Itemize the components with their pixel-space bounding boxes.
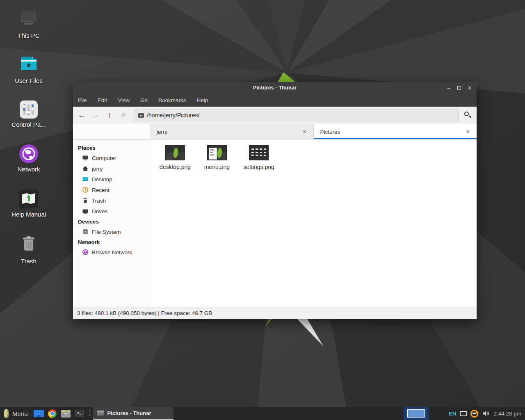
desktop-icon-label: Trash — [4, 258, 53, 265]
window-mini-icon — [97, 411, 104, 415]
sidebar-item-desktop[interactable]: Desktop — [73, 174, 150, 185]
up-icon[interactable]: ↑ — [104, 110, 115, 121]
file-name: menu.png — [197, 164, 237, 170]
sidebar-item-label: Recent — [92, 187, 110, 193]
sidebar-item-label: Desktop — [92, 176, 112, 183]
image-thumbnail — [207, 145, 227, 160]
desktop-icon-this-pc[interactable]: This PC — [4, 9, 53, 39]
menu-edit[interactable]: Edit — [98, 97, 107, 103]
tab-close-icon[interactable]: ✕ — [301, 128, 308, 135]
tab-close-icon[interactable]: ✕ — [464, 128, 472, 135]
sidebar-item-trash[interactable]: Trash — [73, 195, 150, 206]
monitor-icon — [82, 208, 89, 215]
desktop-icon-label: This PC — [4, 32, 53, 39]
volume-icon[interactable] — [482, 410, 489, 417]
sidebar-item-label: Browse Network — [92, 249, 132, 256]
file-name: desktop.png — [155, 164, 195, 170]
menu-help[interactable]: Help — [197, 97, 208, 103]
sidebar-item-label: Trash — [92, 198, 106, 204]
search-icon[interactable] — [462, 110, 473, 121]
desktop: This PC User Files Control Pa... Network… — [0, 0, 525, 420]
desktop-icon-trash[interactable]: Trash — [4, 235, 53, 265]
launcher-chrome[interactable] — [47, 408, 58, 419]
task-button-thunar[interactable]: Pictures - Thunar — [93, 407, 173, 420]
globe-icon — [82, 249, 89, 256]
maximize-button[interactable] — [457, 86, 461, 90]
file-settings-png[interactable]: settings.png — [239, 145, 279, 170]
back-icon[interactable]: ← — [76, 110, 87, 121]
menu-view[interactable]: View — [118, 97, 130, 103]
desktop-icon-help-manual[interactable]: Help Manual — [4, 189, 53, 218]
system-tray: EN 2:44:28 pm — [404, 407, 525, 420]
menu-button[interactable]: Menu — [12, 410, 28, 417]
desktop-icon-label: User Files — [4, 77, 53, 84]
clock[interactable]: 2:44:28 pm — [493, 411, 521, 417]
terminal-icon: >_ — [75, 410, 84, 417]
keyboard-layout-indicator[interactable]: EN — [449, 411, 457, 417]
blue-window-icon — [34, 410, 44, 417]
file-name: settings.png — [239, 164, 279, 170]
titlebar[interactable]: Pictures - Thunar – ✕ — [73, 82, 477, 94]
sidebar-header-places: Places — [73, 143, 150, 153]
tab-label: jerry — [157, 129, 301, 135]
desktop-display-icon — [82, 176, 89, 183]
tabbar-spacer — [73, 124, 150, 139]
home-icon — [82, 165, 89, 172]
trash-icon — [82, 197, 89, 204]
desktop-icon-label: Network — [4, 166, 53, 173]
forward-icon[interactable]: → — [90, 110, 101, 121]
path-bar[interactable]: /home/jerry/Pictures/ — [135, 110, 459, 121]
chrome-icon — [48, 409, 57, 418]
launcher-file-manager[interactable] — [61, 408, 71, 419]
wallpaper-mint-triangle — [278, 72, 295, 82]
tab-bar: jerry ✕ Pictures ✕ — [73, 124, 477, 139]
picture-icon — [138, 113, 144, 118]
update-manager-icon[interactable] — [470, 410, 478, 418]
tab-label: Pictures — [320, 129, 464, 135]
harddrive-icon — [82, 228, 89, 235]
taskbar-grip[interactable] — [89, 409, 91, 418]
taskbar: Menu >_ Pictures - Thunar EN 2:44:28 pm — [0, 407, 525, 420]
sidebar-item-label: File System — [92, 229, 121, 235]
menu-go[interactable]: Go — [140, 97, 148, 103]
home-icon[interactable]: ⌂ — [118, 110, 129, 121]
computer-icon — [19, 9, 39, 30]
status-text: 3 files: 490.1 kB (490,050 bytes) | Free… — [77, 310, 212, 316]
mint-menu-icon[interactable] — [3, 409, 9, 418]
minimize-button[interactable]: – — [446, 85, 452, 91]
tab-jerry[interactable]: jerry ✕ — [150, 124, 314, 139]
monitor-icon — [82, 155, 89, 161]
desktop-icon-user-files[interactable]: User Files — [4, 54, 53, 84]
file-area[interactable]: desktop.png menu.png settings.png — [150, 139, 477, 307]
input-method-icon[interactable] — [460, 411, 467, 416]
menu-file[interactable]: File — [78, 97, 87, 103]
tab-pictures[interactable]: Pictures ✕ — [314, 124, 477, 139]
sidebar-item-browse-network[interactable]: Browse Network — [73, 247, 150, 258]
sidebar-item-label: jerry — [92, 166, 103, 172]
sidebar-item-drives[interactable]: Drives — [73, 206, 150, 217]
task-button-label: Pictures - Thunar — [107, 410, 151, 416]
launcher-window[interactable] — [34, 408, 44, 419]
file-desktop-png[interactable]: desktop.png — [155, 145, 195, 170]
launcher-terminal[interactable]: >_ — [74, 408, 85, 419]
menu-bookmarks[interactable]: Bookmarks — [158, 97, 186, 103]
desktop-icon-network[interactable]: Network — [4, 144, 53, 173]
trash-icon — [19, 235, 39, 255]
sidebar-item-jerry[interactable]: jerry — [73, 163, 150, 174]
sidebar-item-recent[interactable]: Recent — [73, 185, 150, 195]
sidebar-item-file-system[interactable]: File System — [73, 226, 150, 237]
sidebar-item-label: Drives — [92, 208, 107, 215]
sidebar-header-devices: Devices — [73, 217, 150, 226]
status-bar: 3 files: 490.1 kB (490,050 bytes) | Free… — [73, 307, 477, 319]
toolbar: ← → ↑ ⌂ /home/jerry/Pictures/ — [73, 107, 477, 124]
sidebar: Places Computer jerry Desktop Recent — [73, 139, 150, 307]
globe-icon — [19, 144, 38, 163]
file-menu-png[interactable]: menu.png — [197, 145, 237, 170]
image-thumbnail — [249, 145, 269, 160]
clock-icon — [82, 187, 89, 193]
window-title: Pictures - Thunar — [253, 85, 297, 91]
workspace-switcher[interactable] — [404, 407, 429, 420]
sidebar-item-computer[interactable]: Computer — [73, 153, 150, 163]
desktop-icon-control-panel[interactable]: Control Pa... — [4, 99, 53, 128]
close-button[interactable]: ✕ — [467, 85, 472, 91]
